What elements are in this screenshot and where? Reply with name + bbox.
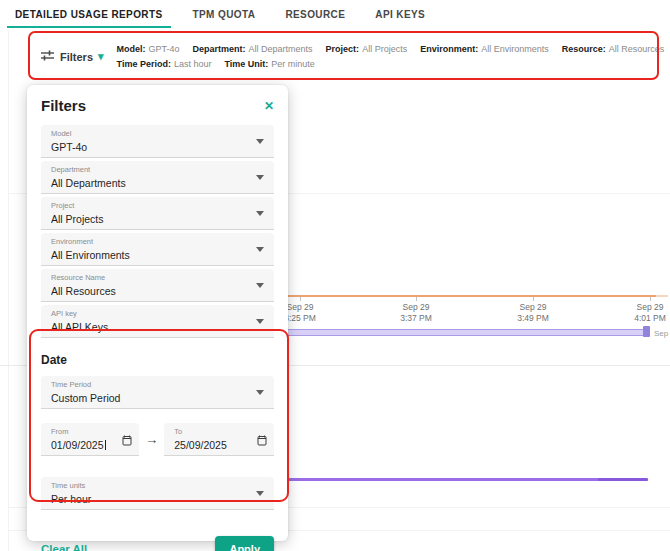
field-label: Environment xyxy=(51,237,264,247)
apply-button[interactable]: Apply xyxy=(215,536,274,551)
filter-sliders-icon xyxy=(40,49,55,64)
tab-resource[interactable]: RESOURCE xyxy=(277,0,353,29)
time-units-select[interactable]: Time units Per hour xyxy=(41,477,274,510)
summary-item-time-period: Time Period:Last hour xyxy=(117,59,212,70)
from-date-input[interactable]: From 01/09/2025 xyxy=(41,423,139,456)
close-icon[interactable]: ✕ xyxy=(264,100,274,112)
tab-tpm-quota[interactable]: TPM QUOTA xyxy=(185,0,264,29)
field-label: Time Period xyxy=(51,380,264,390)
chevron-down-icon xyxy=(256,283,264,288)
x-axis-label: Sep 294:01 PM xyxy=(634,302,666,325)
field-label: Time units xyxy=(51,481,264,491)
chevron-down-icon xyxy=(256,491,264,496)
usage-reports-page: DETAILED USAGE REPORTS TPM QUOTA RESOURC… xyxy=(0,0,670,551)
chevron-down-icon xyxy=(256,139,264,144)
field-label: Department xyxy=(51,165,264,175)
text-cursor xyxy=(105,440,106,450)
filters-panel: Filters ✕ Model GPT-4o Department All De… xyxy=(27,85,288,541)
filters-button-label: Filters xyxy=(60,51,93,63)
x-axis-label: Sep 293:37 PM xyxy=(400,302,432,325)
project-select[interactable]: Project All Projects xyxy=(41,197,274,230)
calendar-icon[interactable] xyxy=(121,433,133,451)
calendar-icon[interactable] xyxy=(256,433,268,451)
chart-navigator-handle[interactable] xyxy=(643,326,650,337)
field-value: All Departments xyxy=(51,177,264,190)
to-date-input[interactable]: To 25/09/2025 xyxy=(164,423,274,456)
field-label: To xyxy=(174,427,252,437)
chevron-down-icon xyxy=(256,247,264,252)
x-axis-label: Sep 293:49 PM xyxy=(517,302,549,325)
chevron-down-icon xyxy=(256,211,264,216)
summary-item-department: Department:All Departments xyxy=(193,44,313,55)
chevron-down-icon xyxy=(256,319,264,324)
filter-summary-row: Time Period:Last hour Time Unit:Per minu… xyxy=(117,59,670,70)
navigator-end-label: Sep 29, xyxy=(654,329,670,338)
field-value: All Environments xyxy=(51,249,264,262)
x-axis-tick xyxy=(533,297,534,301)
time-period-select[interactable]: Time Period Custom Period xyxy=(41,376,274,409)
summary-item-resource: Resource:All Resources xyxy=(562,44,665,55)
orange-series-line-faded xyxy=(656,295,668,297)
x-axis-tick xyxy=(300,297,301,301)
environment-select[interactable]: Environment All Environments xyxy=(41,233,274,266)
page-left-divider xyxy=(8,30,9,551)
field-value: Per hour xyxy=(51,493,264,506)
x-axis-label: Sep 293:25 PM xyxy=(284,302,316,325)
chevron-down-icon xyxy=(256,175,264,180)
x-axis-tick xyxy=(416,297,417,301)
field-label: API key xyxy=(51,309,264,319)
field-value: All API Keys xyxy=(51,321,264,334)
department-select[interactable]: Department All Departments xyxy=(41,161,274,194)
filters-button[interactable]: Filters ▾ xyxy=(40,49,104,64)
field-value: All Resources xyxy=(51,285,264,298)
purple-series-line-overlap xyxy=(598,478,648,481)
date-section-heading: Date xyxy=(41,353,274,367)
filters-panel-title: Filters xyxy=(41,97,86,114)
api-key-select[interactable]: API key All API Keys xyxy=(41,305,274,338)
summary-item-model: Model:GPT-4o xyxy=(117,44,180,55)
chevron-down-icon: ▾ xyxy=(98,51,104,62)
applied-filters-summary: Model:GPT-4o Department:All Departments … xyxy=(117,44,670,70)
summary-item-project: Project:All Projects xyxy=(326,44,408,55)
field-value: GPT-4o xyxy=(51,141,264,154)
tab-detailed-usage-reports[interactable]: DETAILED USAGE REPORTS xyxy=(7,0,171,29)
field-label: Model xyxy=(51,129,264,139)
field-value: Custom Period xyxy=(51,392,264,405)
date-range-row: From 01/09/2025 → To 25/09/2025 xyxy=(41,423,274,456)
field-value: All Projects xyxy=(51,213,264,226)
chevron-down-icon xyxy=(256,390,264,395)
resource-name-select[interactable]: Resource Name All Resources xyxy=(41,269,274,302)
arrow-right-icon: → xyxy=(145,432,158,447)
top-tab-bar: DETAILED USAGE REPORTS TPM QUOTA RESOURC… xyxy=(7,0,433,29)
field-label: Resource Name xyxy=(51,273,264,283)
field-label: From xyxy=(51,427,117,437)
filter-fields: Model GPT-4o Department All Departments … xyxy=(41,125,274,338)
field-value: 25/09/2025 xyxy=(174,439,252,452)
filters-panel-footer: Clear All Apply xyxy=(41,536,274,551)
field-value: 01/09/2025 xyxy=(51,439,117,452)
summary-item-environment: Environment:All Environments xyxy=(420,44,549,55)
filter-summary-row: Model:GPT-4o Department:All Departments … xyxy=(117,44,670,55)
filters-panel-header: Filters ✕ xyxy=(41,97,274,114)
field-label: Project xyxy=(51,201,264,211)
summary-item-time-unit: Time Unit:Per minute xyxy=(224,59,314,70)
x-axis-tick xyxy=(650,297,651,301)
model-select[interactable]: Model GPT-4o xyxy=(41,125,274,158)
clear-all-button[interactable]: Clear All xyxy=(41,543,87,551)
filter-summary-bar: Filters ▾ Model:GPT-4o Department:All De… xyxy=(31,33,660,80)
tab-api-keys[interactable]: API KEYS xyxy=(367,0,433,29)
